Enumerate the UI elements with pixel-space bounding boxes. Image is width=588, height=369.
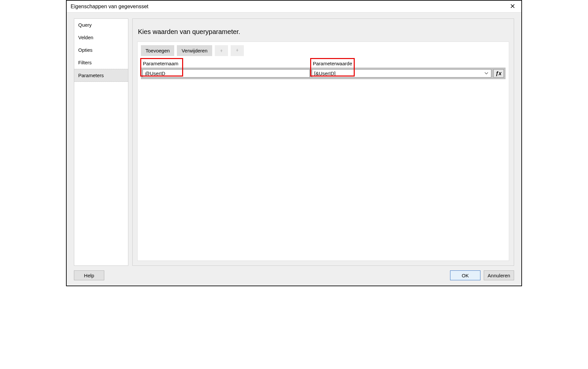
move-up-button[interactable] (215, 45, 228, 56)
page-title: Kies waarden van queryparameter. (133, 19, 514, 42)
close-icon[interactable] (508, 2, 517, 11)
toolbar: Toevoegen Verwijderen (141, 45, 506, 56)
sidebar-item-query[interactable]: Query (74, 19, 128, 31)
parameter-grid: Parameternaam Parameterwaarde [&UserID] (141, 59, 506, 79)
dialog-window: Eigenschappen van gegevensset Query Veld… (66, 0, 522, 286)
param-name-input[interactable] (143, 69, 310, 77)
column-header-name: Parameternaam (141, 59, 311, 68)
param-value-text: [&UserID] (314, 71, 336, 76)
sidebar-item-velden[interactable]: Velden (74, 31, 128, 44)
grid-body: [&UserID] ƒx (141, 68, 506, 79)
table-row: [&UserID] ƒx (143, 69, 504, 77)
arrow-up-icon (219, 48, 223, 53)
chevron-down-icon (484, 71, 489, 76)
help-button[interactable]: Help (74, 270, 104, 280)
sidebar: Query Velden Opties Filters Parameters (74, 18, 128, 266)
dialog-footer: Help OK Annuleren (74, 266, 514, 280)
main-panel: Kies waarden van queryparameter. Toevoeg… (132, 18, 514, 266)
sidebar-item-parameters[interactable]: Parameters (74, 69, 128, 82)
column-header-value: Parameterwaarde (311, 59, 506, 68)
param-value-combo[interactable]: [&UserID] (312, 69, 491, 77)
add-button[interactable]: Toevoegen (141, 45, 174, 56)
parameters-panel: Toevoegen Verwijderen (137, 42, 509, 261)
remove-button[interactable]: Verwijderen (177, 45, 212, 56)
fx-icon: ƒx (496, 71, 502, 77)
move-down-button[interactable] (231, 45, 244, 56)
expression-button[interactable]: ƒx (493, 69, 504, 77)
sidebar-item-opties[interactable]: Opties (74, 44, 128, 56)
ok-button[interactable]: OK (450, 270, 480, 280)
arrow-down-icon (235, 48, 239, 53)
dialog-title: Eigenschappen van gegevensset (71, 4, 148, 10)
titlebar: Eigenschappen van gegevensset (67, 1, 521, 13)
sidebar-item-filters[interactable]: Filters (74, 56, 128, 69)
client-area: Query Velden Opties Filters Parameters K… (67, 13, 521, 286)
cancel-button[interactable]: Annuleren (484, 270, 514, 280)
